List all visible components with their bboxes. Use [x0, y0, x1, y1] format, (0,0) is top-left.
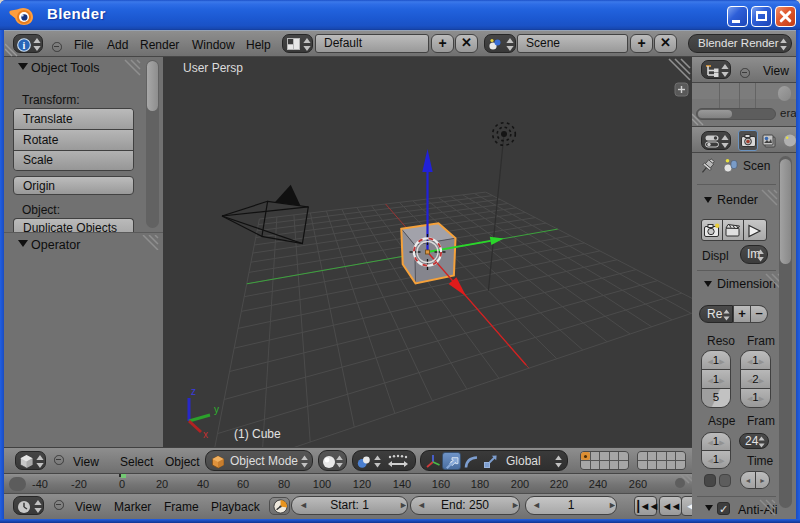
- svg-text:User Persp: User Persp: [183, 61, 243, 75]
- svg-text:(1) Cube: (1) Cube: [234, 427, 281, 441]
- svg-text:i: i: [23, 39, 26, 50]
- svg-text:y: y: [214, 404, 219, 415]
- svg-text:z: z: [191, 386, 196, 397]
- svg-text:x: x: [203, 429, 208, 440]
